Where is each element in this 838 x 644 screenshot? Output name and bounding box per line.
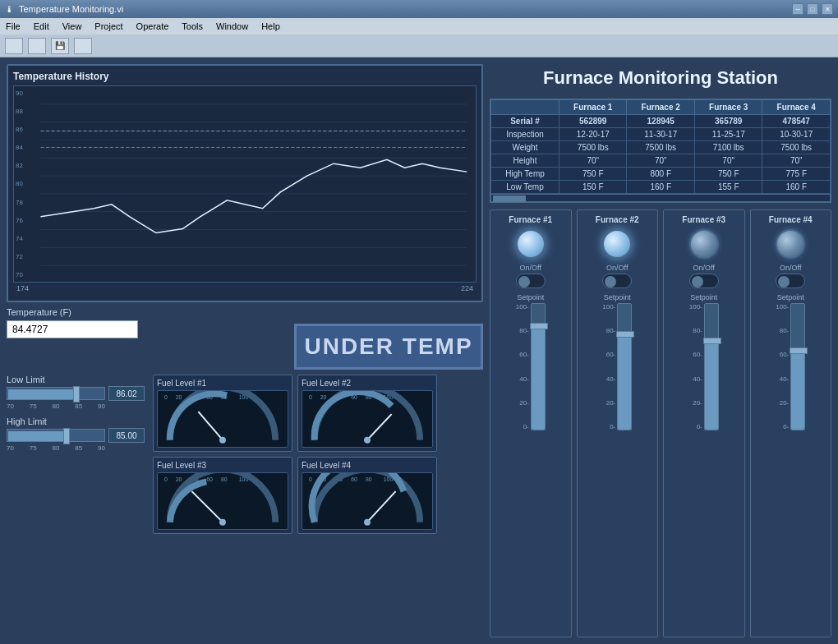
high-limit-group: High Limit 85.00 70 75 80 85 90 — [7, 416, 146, 452]
data-table: Furnace 1 Furnace 2 Furnace 3 Furnace 4 … — [490, 99, 831, 194]
menu-operate[interactable]: Operate — [134, 21, 172, 31]
furnace-3-thumb[interactable] — [703, 338, 721, 344]
menu-help[interactable]: Help — [259, 21, 283, 31]
row-val-4-1: 750 F — [559, 168, 627, 181]
toolbar-refresh[interactable]: ⟳ — [28, 38, 46, 54]
chart-svg — [14, 86, 476, 282]
furnace-3-setpoint-label: Setpoint — [690, 293, 717, 301]
limits-fuel-row: Low Limit 86.02 70 75 80 85 90 — [7, 375, 483, 534]
menu-tools[interactable]: Tools — [179, 21, 205, 31]
menu-file[interactable]: File — [3, 21, 23, 31]
toolbar: ▶ ⟳ 💾 ⏸ — [0, 34, 838, 58]
table-col-header-furnace4: Furnace 4 — [762, 100, 831, 115]
furnace-2-thumb[interactable] — [616, 331, 634, 338]
high-limit-thumb[interactable] — [63, 428, 70, 444]
furnace-4-setpoint: Setpoint 100-80-60-40-20-0- — [754, 293, 828, 435]
furnace-4-setpoint-label: Setpoint — [777, 293, 804, 301]
furnace-1-fill — [532, 327, 545, 430]
furnace-3-track[interactable] — [704, 303, 719, 430]
temp-display: Temperature (F) 84.4727 — [7, 307, 288, 338]
svg-text:0: 0 — [164, 394, 168, 400]
furnace-2-toggle-container: On/Off — [602, 264, 632, 288]
furnace-1-toggle-label: On/Off — [520, 264, 541, 272]
high-limit-track[interactable] — [7, 429, 105, 442]
row-val-2-3: 7100 lbs — [694, 141, 762, 154]
furnace-4-title: Furnace #4 — [769, 215, 813, 224]
svg-point-19 — [219, 437, 226, 444]
high-limit-label: High Limit — [7, 416, 146, 426]
furnace-3-toggle-container: On/Off — [689, 264, 719, 288]
low-limit-group: Low Limit 86.02 70 75 80 85 90 — [7, 375, 146, 410]
minimize-button[interactable]: ─ — [792, 3, 803, 15]
row-val-5-2: 160 F — [627, 181, 694, 194]
furnace-2-toggle[interactable] — [602, 274, 632, 288]
toolbar-pause[interactable]: ⏸ — [74, 38, 92, 54]
maximize-button[interactable]: □ — [807, 3, 818, 15]
table-row: Low Temp 150 F 160 F 155 F 160 F — [491, 181, 831, 194]
table-row: Weight 7500 lbs 7500 lbs 7100 lbs 7500 l… — [491, 141, 831, 154]
furnace-2-slider-wrapper: 100-80-60-40-20-0- — [602, 303, 632, 435]
right-panel: Furnace Monitoring Station Furnace 1 Fur… — [490, 64, 831, 637]
fuel-gauge-2-title: Fuel Level #2 — [302, 379, 433, 388]
furnace-4-indicator — [776, 229, 805, 259]
furnace-2-track[interactable] — [617, 303, 632, 430]
low-limit-fill — [8, 389, 78, 399]
svg-text:60: 60 — [351, 476, 357, 482]
menu-window[interactable]: Window — [214, 21, 251, 31]
toolbar-run[interactable]: ▶ — [5, 38, 23, 54]
menu-project[interactable]: Project — [92, 21, 125, 31]
furnace-column-4: Furnace #4 On/Off Setpoint 100-80-60-40-… — [750, 209, 832, 637]
furnace-1-slider-wrapper: 100-80-60-40-20-0- — [516, 303, 546, 435]
furnace-1-track[interactable] — [531, 303, 546, 430]
menu-edit[interactable]: Edit — [31, 21, 52, 31]
furnace-3-toggle[interactable] — [689, 274, 719, 288]
svg-line-18 — [198, 412, 223, 440]
furnace-2-title: Furnace #2 — [596, 215, 639, 224]
row-label-3: Height — [491, 154, 559, 168]
under-temp-badge: UNDER TEMP — [294, 324, 483, 370]
furnace-4-thumb[interactable] — [790, 347, 808, 354]
row-val-2-4: 7500 lbs — [762, 141, 831, 154]
furnace-3-title: Furnace #3 — [682, 215, 725, 224]
fuel-gauge-1-display: 0 20 40 60 80 100 — [157, 390, 288, 448]
furnace-2-fill — [618, 335, 631, 430]
furnace-controls: Furnace #1 On/Off Setpoint 100-80-60-40-… — [490, 209, 831, 637]
row-val-1-1: 12-20-17 — [559, 128, 627, 141]
toolbar-save[interactable]: 💾 — [51, 38, 69, 54]
fuel-gauge-1: Fuel Level #1 0 20 40 60 80 100 — [153, 375, 292, 452]
furnace-1-thumb[interactable] — [530, 323, 548, 329]
table-scroll-bar[interactable] — [490, 194, 831, 202]
fuel-gauge-2: Fuel Level #2 0 20 40 60 80 100 — [297, 375, 437, 452]
fuel-gauge-3-svg: 0 20 40 60 80 100 — [158, 473, 288, 529]
fuel-row-top: Fuel Level #1 0 20 40 60 80 100 — [153, 375, 483, 452]
row-val-4-2: 800 F — [627, 168, 694, 181]
furnace-2-indicator — [602, 229, 632, 259]
furnace-4-track[interactable] — [790, 303, 805, 430]
chart-x-min: 174 — [16, 284, 29, 292]
furnace-4-toggle[interactable] — [776, 274, 805, 288]
furnace-1-setpoint-label: Setpoint — [517, 293, 544, 301]
low-limit-thumb[interactable] — [73, 386, 80, 402]
table-col-header-0 — [491, 100, 559, 115]
furnace-3-slider-wrapper: 100-80-60-40-20-0- — [689, 303, 719, 435]
row-val-1-4: 10-30-17 — [762, 128, 831, 141]
furnace-1-title: Furnace #1 — [509, 215, 552, 224]
fuel-gauge-2-display: 0 20 40 60 80 100 — [302, 390, 433, 448]
furnace-column-1: Furnace #1 On/Off Setpoint 100-80-60-40-… — [490, 209, 572, 637]
fuel-row-bottom: Fuel Level #3 0 20 40 60 80 100 — [153, 457, 483, 534]
svg-text:20: 20 — [176, 394, 182, 400]
menu-view[interactable]: View — [60, 21, 85, 31]
furnace-2-setpoint-label: Setpoint — [604, 293, 631, 301]
row-val-1-3: 11-25-17 — [694, 128, 762, 141]
row-val-3-2: 70" — [627, 154, 694, 168]
fuel-gauge-4-svg: 0 20 40 60 80 100 — [302, 473, 432, 529]
close-button[interactable]: ✕ — [822, 3, 833, 15]
furnace-1-toggle-container: On/Off — [516, 264, 546, 288]
table-scroll-thumb[interactable] — [493, 196, 526, 202]
furnace-1-toggle[interactable] — [516, 274, 546, 288]
low-limit-track[interactable] — [7, 387, 105, 400]
table-col-header-furnace2: Furnace 2 — [627, 100, 694, 115]
row-label-1: Inspection — [491, 128, 559, 141]
fuel-gauge-4-display: 0 20 40 60 80 100 — [302, 472, 433, 530]
svg-line-42 — [367, 491, 396, 522]
